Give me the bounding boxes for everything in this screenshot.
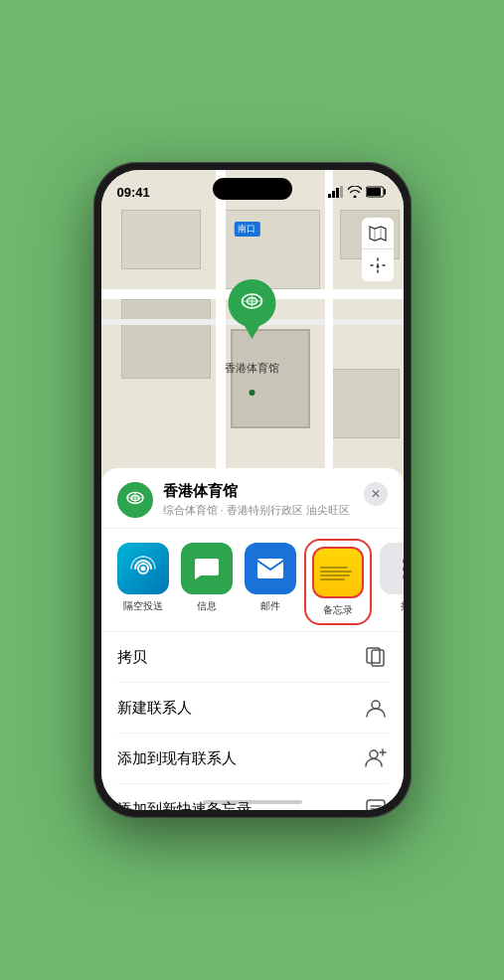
mail-icon <box>255 557 285 580</box>
svg-point-19 <box>372 701 380 709</box>
note-svg <box>365 798 387 810</box>
status-icons <box>328 186 388 198</box>
map-type-button[interactable] <box>362 218 394 249</box>
home-indicator <box>203 800 302 804</box>
more-icon-wrap <box>380 543 404 594</box>
share-row: 隔空投送 信息 <box>101 529 404 632</box>
mail-icon-wrap <box>245 543 296 594</box>
messages-icon <box>192 554 222 583</box>
dot-3 <box>403 574 404 579</box>
svg-rect-1 <box>332 191 335 198</box>
new-contact-icon <box>364 696 388 720</box>
action-list: 拷贝 新建联系人 <box>101 632 404 810</box>
action-add-contact-label: 添加到现有联系人 <box>117 749 237 768</box>
place-subtitle: 综合体育馆 · 香港特别行政区 油尖旺区 <box>163 503 354 518</box>
stadium-icon <box>239 289 266 317</box>
map-label-text: 南口 <box>238 224 255 234</box>
more-dots <box>403 559 404 579</box>
share-item-notes[interactable]: 备忘录 <box>308 543 368 621</box>
map-direction-label: 南口 <box>234 222 259 237</box>
action-add-contact[interactable]: 添加到现有联系人 <box>117 734 388 784</box>
svg-point-16 <box>140 567 145 572</box>
svg-rect-10 <box>250 297 255 305</box>
svg-rect-3 <box>340 186 343 198</box>
person-svg <box>365 697 387 719</box>
copy-svg <box>366 646 386 668</box>
dynamic-island <box>213 178 292 200</box>
notes-line-3 <box>320 574 351 576</box>
messages-icon-wrap <box>181 543 233 594</box>
svg-rect-2 <box>336 188 339 198</box>
map-controls <box>362 218 394 281</box>
place-name: 香港体育馆 <box>163 482 354 501</box>
wifi-icon <box>348 186 362 198</box>
place-header: 香港体育馆 综合体育馆 · 香港特别行政区 油尖旺区 ✕ <box>101 468 404 529</box>
venue-icon <box>124 489 146 511</box>
messages-label: 信息 <box>197 599 217 613</box>
map-pin: 香港体育馆 <box>225 279 279 376</box>
airdrop-label: 隔空投送 <box>123 599 163 613</box>
add-contact-icon <box>364 746 388 770</box>
share-item-mail[interactable]: 邮件 <box>245 543 296 621</box>
dot-2 <box>403 567 404 572</box>
notes-lines <box>314 559 362 586</box>
phone-screen: 09:41 <box>101 170 404 810</box>
mail-label: 邮件 <box>260 599 280 613</box>
bottom-sheet: 香港体育馆 综合体育馆 · 香港特别行政区 油尖旺区 ✕ <box>101 468 404 810</box>
more-label: 推 <box>401 599 404 613</box>
status-time: 09:41 <box>117 185 150 200</box>
notes-line-1 <box>320 567 349 569</box>
map-icon <box>369 226 387 242</box>
pin-circle <box>229 279 276 327</box>
battery-icon <box>366 186 388 198</box>
copy-icon <box>364 645 388 669</box>
notes-label: 备忘录 <box>323 603 353 617</box>
pin-shadow-dot <box>250 390 255 396</box>
notes-line-2 <box>320 571 352 572</box>
action-new-contact-label: 新建联系人 <box>117 699 192 718</box>
place-info: 香港体育馆 综合体育馆 · 香港特别行政区 油尖旺区 <box>163 482 354 518</box>
dot-1 <box>403 559 404 564</box>
action-copy[interactable]: 拷贝 <box>117 632 388 683</box>
location-button[interactable] <box>362 249 394 281</box>
svg-rect-5 <box>367 188 381 196</box>
map-area: 南口 <box>101 170 404 488</box>
svg-rect-0 <box>328 194 331 198</box>
airdrop-icon-wrap <box>117 543 169 594</box>
pin-pointer <box>245 325 260 339</box>
notes-line-4 <box>320 578 345 580</box>
place-icon <box>117 482 153 518</box>
compass-icon <box>370 257 386 273</box>
notes-icon-wrap <box>312 547 364 598</box>
share-item-more[interactable]: 推 <box>380 543 404 621</box>
action-new-contact[interactable]: 新建联系人 <box>117 683 388 734</box>
person-add-svg <box>364 747 388 769</box>
share-item-messages[interactable]: 信息 <box>181 543 233 621</box>
quick-note-icon <box>364 797 388 810</box>
phone-frame: 09:41 <box>93 162 412 818</box>
close-button[interactable]: ✕ <box>364 482 388 506</box>
airdrop-icon <box>129 555 157 582</box>
share-item-airdrop[interactable]: 隔空投送 <box>117 543 169 621</box>
action-copy-label: 拷贝 <box>117 648 147 667</box>
action-quick-note[interactable]: 添加到新快速备忘录 <box>117 784 388 810</box>
svg-point-20 <box>370 750 378 758</box>
pin-label: 香港体育馆 <box>225 361 279 376</box>
signal-icon <box>328 186 344 198</box>
